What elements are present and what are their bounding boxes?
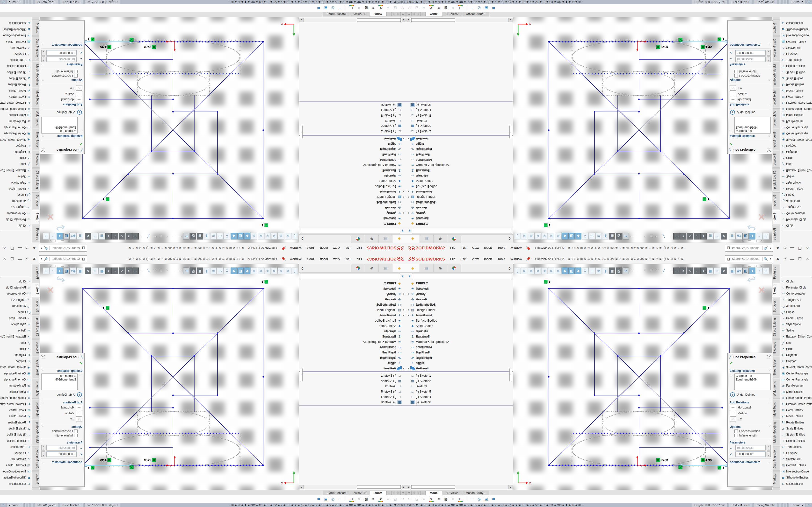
flyout-3-point-center-recta-[interactable]: ◈3 Point Center Recta...: [780, 364, 812, 370]
flyout-rotate-entities[interactable]: ↻Rotate Entities: [780, 81, 812, 88]
flyout-circular-sketch-pattern[interactable]: ↻Circular Sketch Pattern: [0, 401, 32, 407]
bounding-boxes[interactable]: [572, 412, 705, 467]
tree-splitter-bottom[interactable]: [406, 405, 513, 406]
menu-tools[interactable]: Tools: [495, 246, 508, 250]
taskbar-app-title[interactable]: TЯPDL2.: [407, 0, 418, 3]
checkbox-for-construction[interactable]: For construction: [39, 74, 84, 78]
flyout-centerpoint-arc[interactable]: ◠Centerpoint Arc: [780, 291, 812, 297]
tree-item-solid-bodies[interactable]: ◆Solid Bodies: [406, 179, 513, 184]
tree-item-annotations[interactable]: ▶AAnnotationsAnnotations: [299, 189, 406, 194]
parameter-field[interactable]: ↔10.88152731▲▼: [39, 56, 84, 62]
tree-item--sketch1[interactable]: ∟(-) Sketch1: [299, 129, 406, 134]
flyout-convert-entities[interactable]: ▤Convert Entities: [780, 462, 812, 468]
flyout-circle[interactable]: ○Circle: [780, 223, 812, 229]
flyout-point[interactable]: ▪Point: [0, 346, 32, 352]
account-icon[interactable]: ☻: [33, 257, 36, 261]
menu-window[interactable]: Window: [287, 246, 304, 250]
add-relations-header[interactable]: Add Relations: [729, 103, 749, 106]
flyout-spline[interactable]: ∾Spline: [780, 173, 812, 179]
flyout-rotate-entities[interactable]: ↻Rotate Entities: [0, 419, 32, 426]
menu-insert[interactable]: Insert: [317, 246, 331, 250]
doc-tab-3d-views[interactable]: 3D Views: [442, 12, 462, 16]
relations-listbox[interactable]: Collinear108Equal length109: [734, 374, 771, 390]
flyout-silhouette-entities[interactable]: ◙Silhouette Entities: [780, 475, 812, 481]
clock-check-icon[interactable]: ◷: [476, 5, 482, 11]
scroll-right-arrow[interactable]: ▶: [508, 485, 513, 489]
tree-item--sketch5[interactable]: ∟(-) Sketch5: [406, 389, 513, 394]
flyout-equation-driven-curve[interactable]: ƒEquation Driven Curve: [0, 334, 32, 340]
relation-badges[interactable]: 3 3 3 109 109: [544, 280, 724, 470]
clock-check-icon[interactable]: ◷: [330, 5, 336, 11]
brush-icon[interactable]: ✎: [377, 496, 384, 502]
sketch-gray-geometry[interactable]: [572, 377, 705, 467]
tag-icon[interactable]: 🗁: [1, 503, 4, 507]
tab-nav-button[interactable]: ⏮: [406, 12, 411, 16]
taskbar-app-title[interactable]: TЯPDL2.: [394, 0, 405, 3]
tab-scroll-buttons[interactable]: ⏮◀▶⏭: [387, 12, 406, 16]
tag-icon[interactable]: 🗁: [808, 0, 811, 4]
tree-item--sketch2[interactable]: ▦(-) Sketch2: [406, 378, 513, 383]
lines-icon[interactable]: ≡: [436, 496, 442, 502]
propertymanager-tab[interactable]: ▥: [420, 264, 434, 272]
flyout-stretch-entities[interactable]: ↔Stretch Entities: [780, 432, 812, 438]
parameters-header[interactable]: Parameters: [67, 441, 83, 444]
menu-tools[interactable]: Tools: [495, 257, 508, 261]
tab-mold-tools[interactable]: Mold Tools: [773, 400, 780, 419]
tab-surfaces[interactable]: Surfaces: [32, 298, 39, 315]
tab-sketch[interactable]: Sketch: [32, 282, 39, 297]
tree-item--sketch4[interactable]: ∟(-) Sketch4: [406, 394, 513, 399]
tree-item--sketch6[interactable]: ▦(-) Sketch6: [299, 102, 406, 108]
folder-check-icon[interactable]: ▣: [323, 5, 329, 11]
flyout-move-entities[interactable]: ⇄Move Entities: [780, 413, 812, 419]
pin-icon[interactable]: 📌: [282, 246, 286, 250]
flyout-mirror-entities[interactable]: ◫Mirror Entities: [0, 112, 32, 118]
minimize-button[interactable]: —: [790, 246, 794, 250]
flyout-fit-spline[interactable]: ≀Fit Spline: [780, 51, 812, 57]
filter-icon[interactable]: ⇅: [450, 5, 456, 11]
menu-tools[interactable]: Tools: [304, 246, 317, 250]
flyout-polygon[interactable]: ⎔Polygon: [780, 358, 812, 364]
parameter-field[interactable]: ∠0.00000000°▲▼: [39, 451, 84, 457]
menu-file[interactable]: File: [448, 257, 458, 261]
configurationmanager-tab[interactable]: ⊕: [434, 235, 447, 243]
flyout-point[interactable]: ▪Point: [780, 155, 812, 161]
tab-direct-editing[interactable]: Direct Editing: [773, 169, 780, 191]
search-icon[interactable]: 🔍: [762, 246, 769, 250]
add-relations-header[interactable]: Add Relations: [729, 401, 749, 404]
tab-features[interactable]: Features: [773, 265, 780, 281]
displaymanager-tab[interactable]: [351, 235, 365, 243]
tab-mold-tools[interactable]: Mold Tools: [773, 88, 780, 107]
flyout-centerpoint-arc[interactable]: ◠Centerpoint Arc: [0, 291, 32, 297]
flyout-linear-sketch-pattern[interactable]: ⠿Linear Sketch Pattern: [780, 395, 812, 401]
flyout-move-entities[interactable]: ⇄Move Entities: [0, 88, 32, 94]
help-icon[interactable]: ?: [784, 257, 786, 261]
tree-splitter[interactable]: [299, 371, 406, 372]
flyout-copy-entities[interactable]: ⊞Copy Entities: [0, 407, 32, 413]
parameters-header[interactable]: Parameters: [729, 63, 745, 66]
flyout-ellipse[interactable]: ◯Ellipse: [0, 192, 32, 198]
gear-clock-icon[interactable]: ◔: [469, 5, 475, 11]
tab-weldments[interactable]: Weldments: [773, 379, 780, 399]
parameter-field[interactable]: ↔10.88152731▲▼: [39, 445, 84, 451]
help-icon[interactable]: ?: [41, 355, 45, 359]
flyout-circular-sketch-pattern[interactable]: ↻Circular Sketch Pattern: [780, 100, 812, 106]
relation-item[interactable]: Collinear108: [735, 374, 769, 378]
tree-item-surface-bodies[interactable]: ◈Surface Bodies: [406, 184, 513, 189]
flyout-style-spline[interactable]: ∿Style Spline: [780, 180, 812, 186]
tree-item-surface-bodies[interactable]: ◈Surface Bodies: [406, 318, 513, 323]
parameters-header[interactable]: Parameters: [729, 441, 745, 444]
tab-sheet-metal[interactable]: Sheet Metal: [773, 357, 780, 378]
flyout-offset-entities[interactable]: ⊏Offset Entities: [780, 20, 812, 26]
tab-sheet-metal[interactable]: Sheet Metal: [32, 129, 39, 150]
options-header[interactable]: Options: [71, 425, 83, 429]
tree-item-equations[interactable]: ΣEquationsEquations: [406, 168, 513, 173]
scroll-left-arrow[interactable]: ◀: [402, 18, 406, 22]
flyout-perimeter-circle[interactable]: ◌Perimeter Circle: [780, 216, 812, 222]
eraser-icon[interactable]: ◪: [414, 496, 420, 502]
tree-item-annotations[interactable]: ▶AAnnotationsAnnotations: [406, 189, 513, 194]
flyout-fit-spline[interactable]: ≀Fit Spline: [0, 51, 32, 57]
filter-icon[interactable]: ⇅: [356, 5, 362, 11]
doc-tab-model[interactable]: Model: [426, 12, 442, 16]
tree-splitter-bottom[interactable]: [406, 101, 513, 102]
tree-item-annotations[interactable]: ▶AAnnotationsAnnotations: [406, 313, 513, 318]
